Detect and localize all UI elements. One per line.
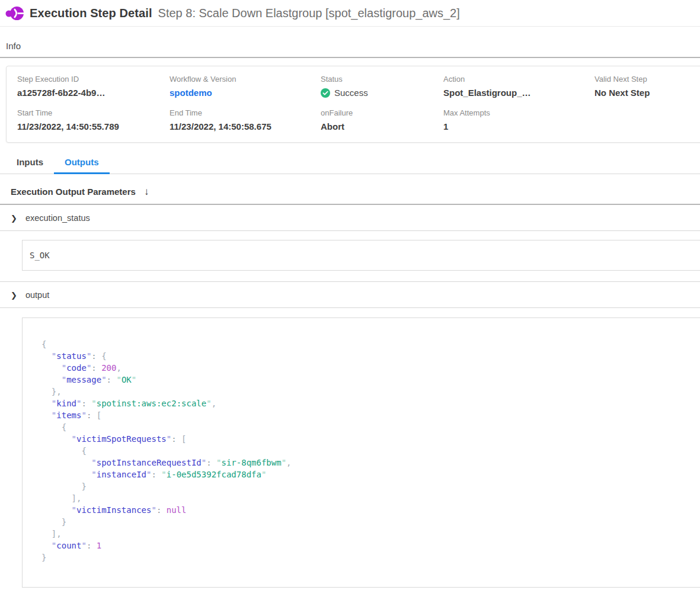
field-value: Spot_Elastigroup_…	[443, 88, 594, 98]
chevron-right-icon[interactable]: ❯	[11, 291, 17, 300]
field-value: 1	[443, 121, 594, 131]
field-label: Action	[443, 75, 594, 84]
field-label: Step Execution ID	[17, 75, 170, 84]
field-action: Action Spot_Elastigroup_…	[443, 75, 594, 98]
field-value: Abort	[321, 121, 443, 131]
execution-output-parameters-header: Execution Output Parameters ↓	[0, 174, 700, 204]
field-value: No Next Step	[594, 88, 700, 98]
field-end-time: End Time 11/23/2022, 14:50:58.675	[170, 108, 321, 131]
info-section-heading: Info	[6, 41, 700, 51]
field-value: a125728f-6b22-4b9…	[17, 88, 170, 98]
page-title: Execution Step Detail	[30, 7, 152, 20]
status-badge: Success	[321, 88, 443, 98]
param-row-execution-status[interactable]: ❯ execution_status	[0, 205, 700, 230]
page-subtitle: Step 8: Scale Down Elastgroup [spot_elas…	[158, 7, 460, 20]
field-status: Status Success	[321, 75, 443, 98]
success-check-icon	[321, 88, 330, 98]
field-label: Valid Next Step	[594, 75, 700, 84]
tab-outputs[interactable]: Outputs	[54, 151, 110, 174]
info-divider	[0, 57, 700, 58]
field-valid-next-step: Valid Next Step No Next Step	[594, 75, 700, 98]
field-label: Status	[321, 75, 443, 84]
field-max-attempts: Max Attempts 1	[443, 108, 594, 131]
field-label: onFailure	[321, 108, 443, 117]
field-label: Max Attempts	[443, 108, 594, 117]
status-text: Success	[334, 88, 368, 98]
param-name: execution_status	[25, 213, 90, 223]
field-start-time: Start Time 11/23/2022, 14:50:55.789	[17, 108, 170, 131]
execution-output-parameters-title: Execution Output Parameters	[11, 187, 136, 197]
field-label: Start Time	[17, 108, 170, 117]
download-arrow-icon[interactable]: ↓	[144, 187, 149, 197]
tab-inputs[interactable]: Inputs	[6, 151, 54, 174]
field-step-execution-id: Step Execution ID a125728f-6b22-4b9…	[17, 75, 170, 98]
field-onfailure: onFailure Abort	[321, 108, 443, 131]
field-value: 11/23/2022, 14:50:55.789	[17, 121, 170, 131]
output-json-code: { "status": { "code": 200, "message": "O…	[41, 338, 684, 563]
field-label: End Time	[170, 108, 321, 117]
output-json-panel: { "status": { "code": 200, "message": "O…	[22, 317, 700, 588]
field-value: 11/23/2022, 14:50:58.675	[170, 121, 321, 131]
step-info-panel: Step Execution ID a125728f-6b22-4b9… Wor…	[6, 66, 700, 143]
field-label: Workflow & Version	[170, 75, 321, 84]
workflow-link[interactable]: spotdemo	[170, 88, 321, 98]
app-logo-icon	[5, 4, 24, 23]
page-header: Execution Step Detail Step 8: Scale Down…	[0, 0, 700, 27]
param-name: output	[25, 290, 49, 300]
execution-status-value-wrap: S_OK	[0, 231, 700, 281]
inputs-outputs-tabbar: Inputs Outputs	[0, 151, 700, 174]
chevron-right-icon[interactable]: ❯	[11, 214, 17, 223]
field-workflow-version: Workflow & Version spotdemo	[170, 75, 321, 98]
execution-status-value: S_OK	[22, 240, 700, 271]
output-json-wrap: { "status": { "code": 200, "message": "O…	[0, 308, 700, 588]
param-row-output[interactable]: ❯ output	[0, 282, 700, 307]
